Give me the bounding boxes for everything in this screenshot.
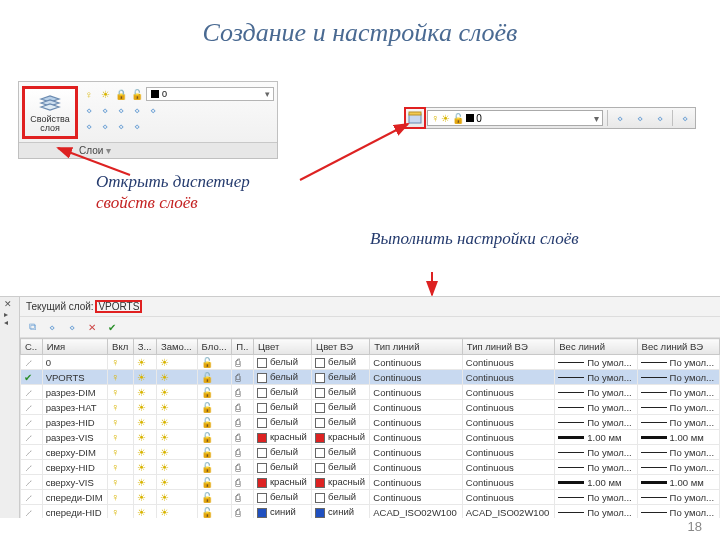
new-layer-icon[interactable]: ⋄ (44, 319, 60, 335)
layer-combo[interactable]: 0 (146, 87, 274, 101)
lm-tools: ⧉ ⋄ ⋄ ✕ ✔ (20, 317, 720, 338)
freeze-icon[interactable]: ☀ (98, 87, 112, 101)
table-row[interactable]: ⟋сверху-VIS♀☀☀🔓⎙красныйкрасныйContinuous… (21, 475, 720, 490)
col-header[interactable]: Вкл (108, 339, 134, 355)
callout-line1: Открыть диспетчер (96, 172, 250, 191)
freeze-layer-icon[interactable]: ⋄ (64, 319, 80, 335)
layer-manager: ✕ ▸◂ Р СВОЙСТВ СЛОЕВ Текущий слой: VPORT… (0, 296, 720, 518)
lock-icon: 🔓 (452, 113, 464, 124)
filter-icon[interactable]: ⧉ (24, 319, 40, 335)
ribbon-icon-h[interactable]: ⋄ (114, 119, 128, 133)
ribbon-icon-i[interactable]: ⋄ (130, 119, 144, 133)
col-header[interactable]: Вес линий ВЭ (637, 339, 719, 355)
table-row[interactable]: ⟋сверху-HID♀☀☀🔓⎙белыйбелыйContinuousCont… (21, 460, 720, 475)
tb-icon-b[interactable]: ⋄ (631, 109, 649, 127)
callout-open-manager: Открыть диспетчер свойств слоёв (96, 171, 356, 214)
layer-properties-label2: слоя (27, 124, 73, 133)
table-row[interactable]: ⟋0♀☀☀🔓⎙белыйбелыйContinuousContinuousПо … (21, 355, 720, 370)
tb-icon-c[interactable]: ⋄ (651, 109, 669, 127)
col-header[interactable]: З... (133, 339, 156, 355)
ribbon-icon-e[interactable]: ⋄ (146, 103, 160, 117)
col-header[interactable]: Цвет (253, 339, 311, 355)
lock-icon[interactable]: 🔒 (114, 87, 128, 101)
col-header[interactable]: П.. (232, 339, 254, 355)
ribbon-icon-d[interactable]: ⋄ (130, 103, 144, 117)
col-header[interactable]: Тип линий ВЭ (462, 339, 555, 355)
tb-layer-combo-value: 0 (476, 113, 482, 124)
ribbon-icon-b[interactable]: ⋄ (98, 103, 112, 117)
col-header[interactable]: Замо... (156, 339, 197, 355)
layer-combo-value: 0 (162, 89, 167, 99)
lm-close-icon[interactable]: ✕ (4, 299, 12, 309)
ribbon-icon-a[interactable]: ⋄ (82, 103, 96, 117)
ribbon-icon-f[interactable]: ⋄ (82, 119, 96, 133)
lm-sidebar: ✕ ▸◂ Р СВОЙСТВ СЛОЕВ (0, 297, 20, 518)
slide-title: Создание и настройка слоёв (0, 18, 720, 48)
tb-layer-properties-icon[interactable] (406, 109, 424, 127)
delete-layer-icon[interactable]: ✕ (84, 319, 100, 335)
current-layer-name: VPORTS (96, 301, 141, 312)
ribbon-footer[interactable]: Слои (19, 142, 277, 158)
table-row[interactable]: ⟋разрез-HAT♀☀☀🔓⎙белыйбелыйContinuousCont… (21, 400, 720, 415)
layer-properties-button[interactable]: Свойства слоя (22, 86, 78, 139)
ribbon-icon-g[interactable]: ⋄ (98, 119, 112, 133)
table-row[interactable]: ⟋сверху-DIM♀☀☀🔓⎙белыйбелыйContinuousCont… (21, 445, 720, 460)
layers-icon (27, 91, 73, 115)
bulb-icon[interactable]: ♀ (82, 87, 96, 101)
bulb-icon: ♀ (431, 112, 439, 124)
lm-collapse-icon[interactable]: ▸◂ (4, 311, 8, 327)
ribbon-icon-c[interactable]: ⋄ (114, 103, 128, 117)
set-current-icon[interactable]: ✔ (104, 319, 120, 335)
col-header[interactable]: Вес линий (555, 339, 637, 355)
sun-icon: ☀ (441, 113, 450, 124)
layers-toolbar: ♀ ☀ 🔓 0 ⋄ ⋄ ⋄ ⋄ (404, 107, 696, 129)
table-row[interactable]: ✔VPORTS♀☀☀🔓⎙белыйбелыйContinuousContinuo… (21, 370, 720, 385)
table-row[interactable]: ⟋спереди-DIM♀☀☀🔓⎙белыйбелыйContinuousCon… (21, 490, 720, 505)
tb-icon-a[interactable]: ⋄ (611, 109, 629, 127)
unlock-icon[interactable]: 🔓 (130, 87, 144, 101)
table-row[interactable]: ⟋разрез-VIS♀☀☀🔓⎙красныйкрасныйContinuous… (21, 430, 720, 445)
callout-line2: свойств слоёв (96, 193, 198, 212)
layers-table: С..ИмяВклЗ...Замо...Бло...П..ЦветЦвет ВЭ… (20, 338, 720, 518)
ribbon-panel: Свойства слоя ♀ ☀ 🔒 🔓 0 ⋄ ⋄ ⋄ ⋄ ⋄ (18, 81, 278, 159)
col-header[interactable]: Тип линий (370, 339, 463, 355)
col-header[interactable]: Цвет ВЭ (312, 339, 370, 355)
col-header[interactable]: Бло... (197, 339, 232, 355)
tb-icon-d[interactable]: ⋄ (676, 109, 694, 127)
table-row[interactable]: ⟋разрез-DIM♀☀☀🔓⎙белыйбелыйContinuousCont… (21, 385, 720, 400)
table-row[interactable]: ⟋спереди-HID♀☀☀🔓⎙синийсинийACAD_ISO02W10… (21, 505, 720, 519)
page-number: 18 (688, 519, 702, 534)
callout-configure: Выполнить настройки слоёв (370, 228, 670, 249)
col-header[interactable]: С.. (21, 339, 43, 355)
table-row[interactable]: ⟋разрез-HID♀☀☀🔓⎙белыйбелыйContinuousCont… (21, 415, 720, 430)
svg-rect-1 (409, 112, 421, 115)
lm-sidebar-label: Р СВОЙСТВ СЛОЕВ (0, 427, 2, 513)
lm-header: Текущий слой: VPORTS (20, 297, 720, 317)
tb-layer-combo[interactable]: ♀ ☀ 🔓 0 (427, 110, 603, 126)
col-header[interactable]: Имя (42, 339, 107, 355)
